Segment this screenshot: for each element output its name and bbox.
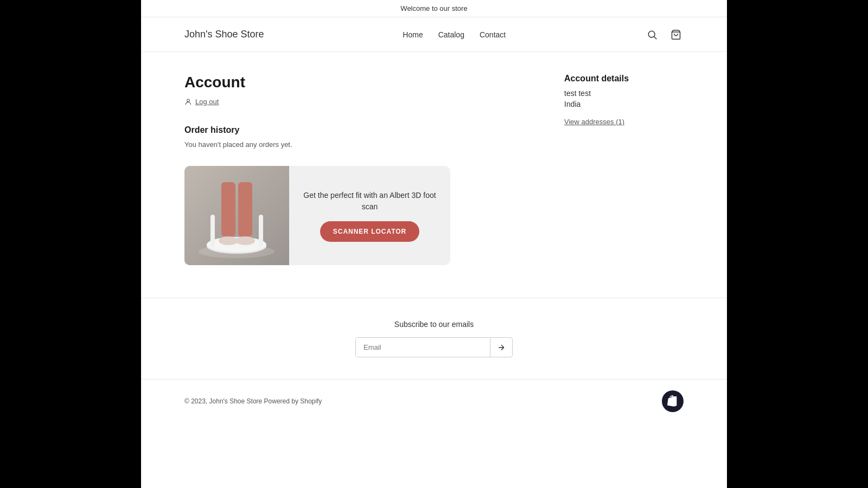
scanner-locator-button[interactable]: SCANNER LOCATOR [320, 221, 419, 242]
right-section: Account details test test India View add… [564, 74, 684, 265]
email-input[interactable] [356, 338, 490, 357]
email-form [355, 337, 513, 357]
svg-point-13 [235, 236, 255, 245]
svg-point-3 [187, 99, 190, 101]
svg-rect-9 [259, 215, 263, 247]
svg-rect-11 [238, 182, 252, 236]
store-logo[interactable]: John's Shoe Store [184, 29, 264, 40]
cart-button[interactable] [668, 27, 684, 42]
main-nav: Home Catalog Contact [403, 30, 506, 39]
search-icon [647, 29, 658, 40]
logout-button[interactable]: Log out [184, 98, 219, 106]
svg-line-1 [654, 36, 657, 39]
shopify-icon [667, 395, 679, 407]
svg-point-12 [219, 236, 238, 245]
email-submit-button[interactable] [490, 338, 512, 357]
scanner-card: Get the perfect fit with an Albert 3D fo… [184, 166, 450, 265]
scanner-image [184, 166, 289, 265]
search-button[interactable] [644, 27, 660, 42]
announcement-bar: Welcome to our store [141, 0, 727, 17]
header: John's Shoe Store Home Catalog Contact [141, 17, 727, 52]
account-country: India [564, 100, 684, 108]
main-content: Account Log out Order history You haven'… [141, 52, 727, 298]
footer-copyright: © 2023, John's Shoe Store Powered by Sho… [184, 397, 322, 405]
scanner-tagline: Get the perfect fit with an Albert 3D fo… [302, 190, 437, 213]
left-section: Account Log out Order history You haven'… [184, 74, 542, 265]
account-name: test test [564, 89, 684, 98]
cart-icon [671, 29, 681, 40]
nav-contact[interactable]: Contact [480, 30, 506, 39]
subscribe-section: Subscribe to our emails [141, 298, 727, 379]
nav-home[interactable]: Home [403, 30, 423, 39]
header-icons [644, 27, 684, 42]
no-orders-text: You haven't placed any orders yet. [184, 140, 542, 149]
page-title: Account [184, 74, 542, 91]
arrow-right-icon [497, 343, 506, 352]
footer: © 2023, John's Shoe Store Powered by Sho… [141, 379, 727, 423]
svg-rect-8 [210, 215, 215, 247]
svg-rect-10 [221, 182, 235, 236]
logout-label: Log out [195, 98, 219, 106]
person-icon [184, 98, 192, 106]
subscribe-title: Subscribe to our emails [184, 320, 684, 329]
svg-point-0 [648, 31, 655, 37]
account-details-title: Account details [564, 74, 684, 84]
shopify-badge [662, 390, 684, 412]
announcement-text: Welcome to our store [400, 4, 467, 12]
scanner-card-content: Get the perfect fit with an Albert 3D fo… [289, 166, 450, 265]
view-addresses-link[interactable]: View addresses (1) [564, 118, 624, 126]
nav-catalog[interactable]: Catalog [438, 30, 464, 39]
order-history-title: Order history [184, 125, 542, 135]
foot-scan-illustration [184, 166, 289, 265]
